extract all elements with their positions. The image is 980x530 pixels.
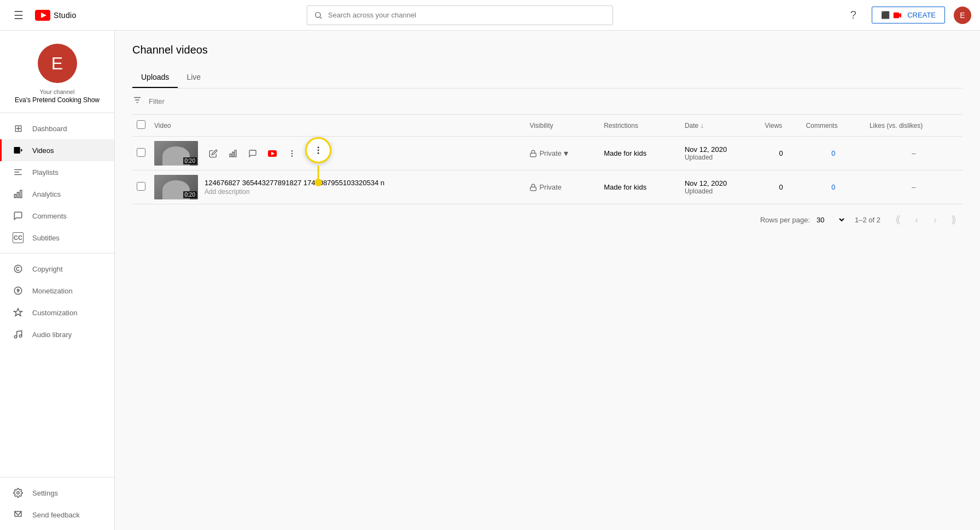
row-checkbox[interactable]: [137, 182, 145, 191]
next-page-button[interactable]: ›: [926, 211, 944, 228]
search-icon: [314, 11, 323, 20]
sidebar-item-analytics[interactable]: Analytics: [0, 183, 114, 205]
sidebar-item-dashboard[interactable]: ⊞ Dashboard: [0, 117, 114, 139]
svg-line-3: [320, 17, 322, 19]
comments-cell[interactable]: 0: [802, 170, 865, 204]
svg-rect-4: [14, 147, 20, 154]
sidebar-item-monetization[interactable]: Monetization: [0, 280, 114, 302]
date-cell: Nov 12, 2020 Uploaded: [685, 145, 756, 161]
user-avatar-button[interactable]: E: [954, 7, 971, 24]
hamburger-button[interactable]: ☰: [9, 5, 28, 25]
pagination-bar: Rows per page: 30 50 100 1–2 of 2 ⟪ ‹ › …: [132, 204, 962, 235]
help-button[interactable]: ?: [843, 5, 863, 25]
customization-icon: [13, 307, 24, 318]
create-button[interactable]: ⬛ CREATE: [872, 7, 945, 23]
create-label: CREATE: [907, 11, 936, 19]
search-bar: [307, 5, 613, 25]
channel-label: Your channel: [40, 89, 75, 95]
svg-point-27: [291, 152, 293, 154]
monetization-icon: [13, 285, 24, 296]
sidebar-item-copyright[interactable]: Copyright: [0, 258, 114, 280]
tabs: Uploads Live: [132, 67, 962, 89]
visibility-cell[interactable]: Private: [529, 183, 595, 191]
sidebar-item-comments[interactable]: Comments: [0, 205, 114, 227]
col-header-date[interactable]: Date ↓: [680, 115, 761, 137]
sidebar-item-send-feedback[interactable]: Send feedback: [0, 504, 114, 526]
create-camera-icon: ⬛: [881, 11, 890, 19]
youtube-studio-button[interactable]: [264, 145, 281, 162]
rows-per-page: Rows per page: 30 50 100: [760, 215, 846, 225]
sidebar-item-label: Send feedback: [32, 511, 80, 519]
restriction-cell: Made for kids: [599, 170, 680, 204]
svg-rect-11: [20, 190, 22, 198]
sidebar-item-playlists[interactable]: Playlists: [0, 161, 114, 183]
create-camera-icon: [893, 11, 903, 19]
col-header-comments: Comments: [802, 115, 865, 137]
sidebar-item-label: Analytics: [32, 190, 61, 198]
svg-rect-29: [530, 153, 536, 156]
rows-per-page-select[interactable]: 30 50 100: [814, 215, 846, 225]
col-header-views: Views: [761, 115, 802, 137]
comments-icon: [13, 210, 24, 221]
videos-icon: [13, 145, 24, 156]
audio-library-icon: [13, 329, 24, 340]
sidebar-item-label: Copyright: [32, 265, 63, 273]
sidebar-item-settings[interactable]: Settings: [0, 482, 114, 504]
settings-icon: [13, 487, 24, 498]
search-input[interactable]: [328, 11, 606, 19]
svg-point-2: [316, 12, 320, 17]
page-info: 1–2 of 2: [855, 216, 880, 224]
first-page-button[interactable]: ⟪: [889, 211, 907, 228]
sidebar-item-label: Monetization: [32, 287, 73, 295]
svg-rect-22: [232, 152, 234, 157]
row-checkbox[interactable]: [137, 148, 145, 157]
avatar-letter: E: [960, 11, 965, 20]
svg-point-12: [14, 265, 22, 273]
comments-button[interactable]: [244, 145, 261, 162]
sidebar-item-customization[interactable]: Customization: [0, 302, 114, 323]
select-all-checkbox[interactable]: [137, 120, 145, 129]
more-options-button[interactable]: [283, 145, 301, 162]
comments-cell[interactable]: 0: [802, 137, 865, 170]
copyright-icon: [13, 263, 24, 274]
topbar-left: ☰ Studio: [9, 5, 77, 25]
col-header-likes: Likes (vs. dislikes): [865, 115, 962, 137]
tab-live[interactable]: Live: [178, 67, 209, 88]
svg-point-28: [291, 155, 293, 157]
sidebar-item-label: Subtitles: [32, 234, 60, 242]
visibility-cell[interactable]: Private ▾: [529, 148, 595, 158]
tab-uploads[interactable]: Uploads: [132, 67, 178, 88]
filter-input[interactable]: [149, 97, 241, 105]
topbar: ☰ Studio ? ⬛ CREATE E: [0, 0, 980, 31]
video-table: Video Visibility Restrictions Date ↓ Vie…: [132, 115, 962, 204]
video-meta: [205, 145, 521, 162]
video-meta: 124676827 365443277891827 17480879551033…: [205, 179, 521, 196]
restriction-cell: Made for kids: [599, 137, 680, 170]
svg-point-17: [17, 492, 20, 494]
filter-icon[interactable]: [132, 95, 142, 108]
analytics-button[interactable]: [224, 145, 242, 162]
last-page-button[interactable]: ⟫: [945, 211, 962, 228]
sidebar-item-label: Videos: [32, 146, 54, 155]
edit-button[interactable]: [205, 145, 222, 162]
prev-page-button[interactable]: ‹: [908, 211, 925, 228]
logo-container: Studio: [35, 10, 77, 21]
analytics-icon: [13, 189, 24, 199]
dashboard-icon: ⊞: [13, 123, 24, 134]
sidebar-item-subtitles[interactable]: CC Subtitles: [0, 227, 114, 249]
sidebar-item-label: Comments: [32, 212, 67, 220]
video-duration: 0:20: [183, 157, 197, 164]
sidebar-item-audio-library[interactable]: Audio library: [0, 323, 114, 345]
svg-rect-9: [14, 195, 16, 198]
svg-point-15: [14, 335, 17, 338]
svg-point-16: [19, 335, 22, 338]
sidebar-item-videos[interactable]: Videos: [0, 139, 114, 161]
video-description[interactable]: Add description: [205, 188, 521, 196]
date-cell: Nov 12, 2020 Uploaded: [685, 179, 756, 195]
svg-rect-30: [530, 187, 536, 190]
svg-point-26: [291, 150, 293, 152]
playlists-icon: [13, 167, 24, 178]
action-icons: [205, 145, 521, 162]
page-title: Channel videos: [132, 44, 962, 56]
col-header-visibility: Visibility: [525, 115, 599, 137]
